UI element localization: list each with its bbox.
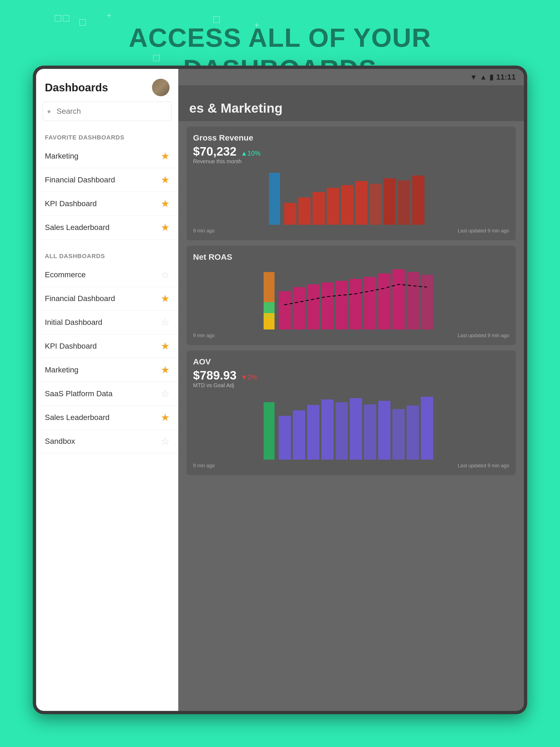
svg-rect-2	[298, 198, 311, 225]
gross-revenue-change: ▲10%	[241, 150, 261, 157]
svg-rect-4	[327, 188, 339, 225]
svg-rect-19	[350, 279, 362, 330]
svg-rect-26	[279, 416, 291, 460]
signal-icon: ▲	[480, 73, 487, 81]
svg-rect-34	[392, 409, 405, 460]
all-dashboard-sales-leaderboard[interactable]: Sales Leaderboard ★	[36, 406, 178, 430]
svg-rect-0	[269, 173, 280, 225]
star-empty-icon: ☆	[161, 317, 170, 328]
svg-rect-27	[293, 410, 305, 460]
star-filled-icon: ★	[161, 198, 170, 209]
aov-updated-left: 9 min ago	[193, 463, 215, 469]
net-roas-updated-right: Last updated 9 min ago	[458, 333, 509, 338]
aov-subtitle: MTD vs Goal Adj	[193, 382, 509, 389]
svg-rect-32	[364, 404, 376, 460]
svg-rect-9	[398, 180, 410, 225]
all-dashboard-sandbox[interactable]: Sandbox ☆	[36, 430, 178, 453]
svg-rect-24	[421, 275, 433, 330]
svg-rect-7	[370, 184, 382, 225]
favorite-dashboard-sales[interactable]: Sales Leaderboard ★	[36, 216, 178, 239]
svg-rect-1	[284, 203, 297, 225]
favorite-dashboard-marketing[interactable]: Marketing ★	[36, 145, 178, 168]
sidebar: Dashboards ● FAVORITE DASHBOARDS Marketi…	[36, 69, 178, 711]
svg-rect-25	[263, 402, 275, 460]
all-dashboard-financial[interactable]: Financial Dashboard ★	[36, 287, 178, 311]
gross-revenue-updated-right: Last updated 9 min ago	[458, 228, 509, 234]
svg-rect-33	[378, 401, 390, 460]
star-filled-icon: ★	[161, 174, 170, 186]
tablet-device: ▼ ▲ ▮ 11:11 Dashboards ● FAVORITE DASHBO…	[33, 66, 527, 714]
svg-rect-20	[364, 277, 376, 330]
net-roas-title: Net ROAS	[193, 252, 509, 262]
favorite-dashboard-kpi[interactable]: KPI Dashboard ★	[36, 192, 178, 216]
status-bar: ▼ ▲ ▮ 11:11	[36, 69, 524, 85]
star-empty-icon: ☆	[161, 436, 170, 447]
gross-revenue-title: Gross Revenue	[193, 133, 509, 143]
gross-revenue-value: $70,232	[193, 145, 236, 158]
svg-rect-6	[355, 181, 367, 225]
svg-rect-22	[392, 269, 405, 330]
gross-revenue-subtitle: Revenue this month	[193, 158, 509, 164]
aov-value: $789.93	[193, 368, 236, 382]
wifi-icon: ▼	[470, 73, 477, 81]
time-display: 11:11	[496, 73, 516, 81]
net-roas-update-row: 9 min ago Last updated 9 min ago	[193, 333, 509, 338]
search-input[interactable]	[43, 102, 172, 121]
aov-change: ▼2%	[241, 374, 257, 381]
svg-rect-35	[407, 406, 419, 460]
all-dashboard-saas[interactable]: SaaS Platform Data ☆	[36, 382, 178, 406]
star-filled-icon: ★	[161, 364, 170, 376]
svg-rect-18	[335, 281, 348, 330]
svg-rect-23	[407, 272, 419, 330]
net-roas-card: Net ROAS	[186, 246, 516, 345]
aov-update-row: 9 min ago Last updated 9 min ago	[193, 463, 509, 469]
deco-square-2	[63, 15, 70, 22]
deco-plus-1: +	[107, 11, 111, 20]
all-dashboard-marketing[interactable]: Marketing ★	[36, 358, 178, 382]
deco-square-small	[55, 15, 61, 22]
svg-rect-10	[412, 176, 424, 225]
all-dashboard-kpi[interactable]: KPI Dashboard ★	[36, 334, 178, 358]
svg-rect-15	[293, 287, 305, 330]
svg-rect-13	[263, 313, 275, 330]
gross-revenue-updated-left: 9 min ago	[193, 228, 215, 234]
battery-icon: ▮	[489, 73, 493, 81]
gross-revenue-card: Gross Revenue $70,232 ▲10% Revenue this …	[186, 127, 516, 240]
star-filled-icon: ★	[161, 340, 170, 352]
svg-rect-29	[321, 400, 334, 460]
aov-card: AOV $789.93 ▼2% MTD vs Goal Adj	[186, 351, 516, 475]
svg-rect-16	[307, 284, 320, 330]
svg-rect-30	[335, 402, 348, 460]
search-container: ●	[43, 102, 172, 121]
svg-rect-21	[378, 274, 390, 330]
status-icons: ▼ ▲ ▮ 11:11	[470, 73, 516, 81]
star-filled-icon: ★	[161, 293, 170, 304]
tablet-screen: ▼ ▲ ▮ 11:11 Dashboards ● FAVORITE DASHBO…	[36, 69, 524, 711]
gross-revenue-chart	[193, 170, 509, 225]
star-empty-icon: ☆	[161, 269, 170, 281]
search-icon: ●	[47, 107, 51, 115]
star-filled-icon: ★	[161, 150, 170, 162]
gross-revenue-update-row: 9 min ago Last updated 9 min ago	[193, 228, 509, 234]
page-header: es & Marketing	[178, 85, 524, 121]
star-empty-icon: ☆	[161, 388, 170, 400]
svg-rect-17	[321, 282, 334, 330]
aov-chart	[193, 394, 509, 460]
svg-rect-3	[312, 192, 325, 225]
all-section-title: ALL DASHBOARDS	[36, 248, 178, 263]
svg-rect-28	[307, 405, 320, 460]
main-content: es & Marketing Gross Revenue $70,232 ▲10…	[178, 69, 524, 711]
all-dashboard-initial[interactable]: Initial Dashboard ☆	[36, 311, 178, 334]
star-filled-icon: ★	[161, 412, 170, 423]
page-title: es & Marketing	[189, 101, 513, 115]
net-roas-updated-left: 9 min ago	[193, 333, 215, 338]
svg-rect-36	[421, 397, 433, 460]
star-filled-icon: ★	[161, 222, 170, 233]
favorite-dashboard-financial[interactable]: Financial Dashboard ★	[36, 168, 178, 192]
svg-rect-8	[384, 178, 396, 225]
aov-title: AOV	[193, 357, 509, 366]
aov-updated-right: Last updated 9 min ago	[458, 463, 509, 469]
all-dashboard-ecommerce[interactable]: Ecommerce ☆	[36, 263, 178, 287]
svg-rect-14	[279, 291, 291, 330]
net-roas-chart	[193, 264, 509, 330]
